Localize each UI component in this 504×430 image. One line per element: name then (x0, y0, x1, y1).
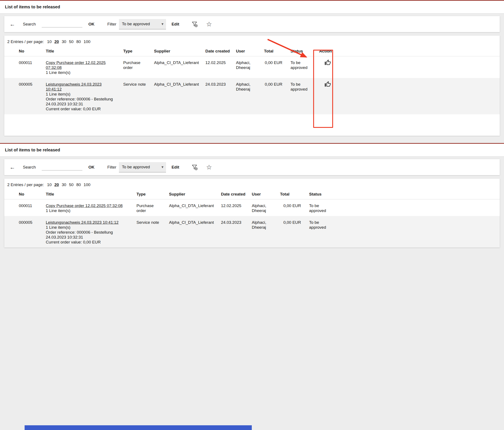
page-title: List of items to be released (5, 4, 60, 9)
col-header-date-created: Date created (201, 46, 232, 56)
cell-type: Purchase order (119, 56, 150, 78)
back-arrow-icon[interactable]: ← (10, 164, 15, 170)
cell-filler (338, 78, 500, 114)
horizontal-scrollbar-thumb[interactable] (25, 425, 252, 430)
order-reference-text: Order reference: 000006 - Bestellung 24.… (46, 97, 117, 106)
order-reference-text: Order reference: 000006 - Bestellung 24.… (46, 230, 130, 240)
col-header-status: Status (286, 46, 317, 56)
page-size-option[interactable]: 100 (84, 182, 90, 187)
item-title-link[interactable]: Leistungsnachweis 24.03.2023 10:41:12 (46, 220, 118, 225)
table-row: 000005 Leistungsnachweis 24.03.2023 10:4… (4, 78, 500, 114)
items-table: No Title Type Supplier Date created User… (4, 189, 500, 248)
edit-button[interactable]: Edit (171, 22, 179, 27)
funnel-x-icon (191, 21, 198, 28)
ok-button[interactable]: OK (88, 165, 95, 170)
page-size-option[interactable]: 30 (62, 182, 66, 187)
search-input[interactable] (42, 164, 82, 170)
screen: List of items to be released ← Search OK… (0, 0, 504, 430)
cell-total: 0,00 EUR (279, 199, 305, 216)
page-size-option[interactable]: 30 (62, 39, 66, 44)
page-size-option-selected[interactable]: 20 (54, 182, 59, 187)
cell-supplier: Alpha_CI_DTA_Lieferant (150, 78, 201, 114)
edit-button[interactable]: Edit (171, 165, 179, 170)
pagination-bar: 2 Entries / per page: 10 20 30 50 80 100 (4, 36, 500, 46)
favorite-icon[interactable]: ☆ (206, 21, 212, 28)
approve-button[interactable] (324, 59, 331, 67)
clear-filter-icon[interactable] (191, 21, 198, 28)
col-header-status: Status (305, 189, 338, 199)
page-size-option[interactable]: 80 (76, 182, 81, 187)
page-size-option[interactable]: 10 (47, 182, 52, 187)
chevron-down-icon: ▾ (162, 165, 163, 169)
cell-user: Alphaci, Dheeraj (248, 216, 279, 248)
item-title-link[interactable]: Copy Purchase order 12.02.2025 07:32:08 (46, 60, 106, 70)
search-input[interactable] (42, 21, 82, 28)
col-header-title: Title (42, 46, 119, 56)
line-items-text: 1 Line item(s) (46, 92, 117, 97)
cell-status: To be approved (286, 78, 317, 114)
cell-user: Alphaci, Dheeraj (232, 78, 263, 114)
back-arrow-icon[interactable]: ← (10, 21, 15, 27)
page-size-option[interactable]: 50 (69, 39, 74, 44)
toolbar: ← Search OK Filter To be approved ▾ Edit… (4, 159, 500, 175)
status-filter-value: To be approved (122, 22, 150, 26)
filter-label: Filter (107, 22, 116, 27)
page-size-option[interactable]: 80 (76, 39, 81, 44)
cell-total: 0,00 EUR (279, 216, 305, 248)
item-title-link[interactable]: Leistungsnachweis 24.03.2023 10:41:12 (46, 82, 102, 92)
cell-status: To be approved (286, 56, 317, 78)
cell-no: 000011 (4, 199, 42, 216)
panel-annotated: List of items to be released ← Search OK… (0, 0, 504, 143)
status-filter-dropdown[interactable]: To be approved ▾ (119, 162, 166, 172)
cell-no: 000005 (4, 78, 42, 114)
thumbs-up-icon (324, 59, 331, 66)
item-title-link[interactable]: Copy Purchase order 12.02.2025 07:32:08 (46, 204, 123, 208)
ok-button[interactable]: OK (88, 22, 95, 27)
page-size-option-selected[interactable]: 20 (54, 39, 59, 44)
cell-title: Leistungsnachweis 24.03.2023 10:41:12 1 … (42, 216, 132, 248)
search-label: Search (23, 22, 36, 27)
cell-supplier: Alpha_CI_DTA_Lieferant (165, 199, 217, 216)
status-filter-dropdown[interactable]: To be approved ▾ (119, 19, 166, 29)
cell-date-created: 24.03.2023 (217, 216, 248, 248)
cell-type: Purchase order (132, 199, 165, 216)
funnel-x-icon (191, 164, 198, 171)
cell-action (317, 78, 338, 114)
page-size-option[interactable]: 100 (84, 39, 90, 44)
clear-filter-icon[interactable] (191, 164, 198, 171)
page-size-option[interactable]: 10 (47, 39, 52, 44)
table-row: 000011 Copy Purchase order 12.02.2025 07… (4, 56, 500, 78)
table-header-row: No Title Type Supplier Date created User… (4, 46, 500, 56)
panel-plain: List of items to be released ← Search OK… (0, 144, 504, 430)
col-header-no: No (4, 46, 42, 56)
page-title: List of items to be released (5, 148, 60, 152)
cell-filler (338, 56, 500, 78)
entries-count-label: 2 Entries / per page: (7, 182, 44, 187)
order-value-text: Current order value: 0,00 EUR (46, 106, 117, 111)
thumbs-up-icon (324, 81, 331, 87)
favorite-icon[interactable]: ☆ (206, 164, 212, 170)
col-header-supplier: Supplier (165, 189, 217, 199)
filter-label: Filter (107, 165, 116, 170)
chevron-down-icon: ▾ (162, 22, 163, 26)
col-header-user: User (248, 189, 279, 199)
cell-no: 000011 (4, 56, 42, 78)
cell-user: Alphaci, Dheeraj (248, 199, 279, 216)
cell-filler (338, 216, 500, 248)
toolbar: ← Search OK Filter To be approved ▾ Edit… (4, 16, 500, 32)
col-header-supplier: Supplier (150, 46, 201, 56)
page-header: List of items to be released (0, 1, 504, 13)
col-header-filler (338, 189, 500, 199)
cell-date-created: 12.02.2025 (201, 56, 232, 78)
pagination-bar: 2 Entries / per page: 10 20 30 50 80 100 (4, 178, 500, 189)
cell-user: Alphaci, Dheeraj (232, 56, 263, 78)
line-items-text: 1 Line item(s) (46, 208, 130, 213)
cell-type: Service note (119, 78, 150, 114)
page-size-option[interactable]: 50 (69, 182, 74, 187)
cell-status: To be approved (305, 216, 338, 248)
cell-date-created: 24.03.2023 (201, 78, 232, 114)
line-items-text: 1 Line item(s) (46, 70, 117, 75)
cell-date-created: 12.02.2025 (217, 199, 248, 216)
cell-filler (338, 199, 500, 216)
approve-button[interactable] (324, 81, 331, 88)
